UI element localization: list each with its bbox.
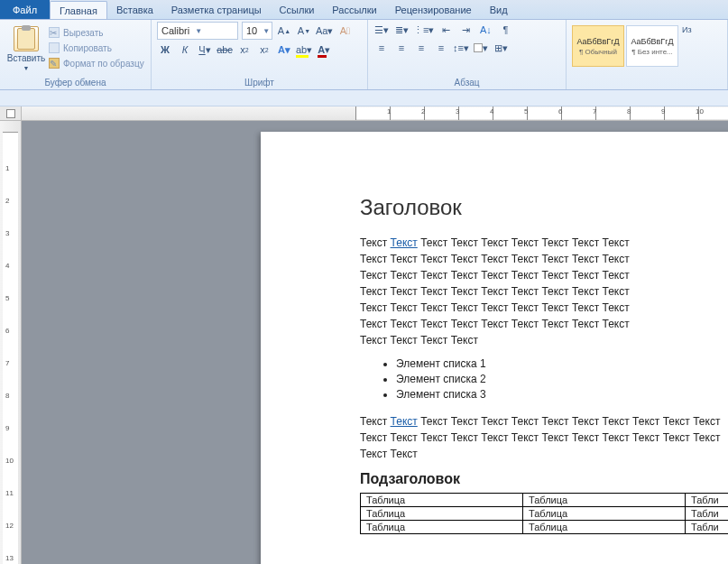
list-item: Элемент списка 1 <box>396 357 728 370</box>
doc-table: Таблица Таблица Табли Таблица Таблица Та… <box>360 493 728 534</box>
font-size-select[interactable]: 10▼ <box>242 22 272 40</box>
sort-button[interactable]: A↓ <box>477 22 493 38</box>
scissors-icon: ✂ <box>49 27 60 38</box>
chevron-down-icon: ▼ <box>263 27 270 35</box>
font-color-button[interactable]: A▾ <box>316 42 332 58</box>
underline-button[interactable]: Ч▾ <box>197 42 213 58</box>
group-font: Calibri▼ 10▼ A▲ A▼ Aa▾ A⃠ Ж К Ч▾ abc x2 … <box>152 20 368 89</box>
doc-list: Элемент списка 1 Элемент списка 2 Элемен… <box>396 357 728 401</box>
subscript-button[interactable]: x2 <box>236 42 253 58</box>
table-cell: Таблица <box>523 494 686 507</box>
table-cell: Таблица <box>523 521 686 534</box>
style-normal[interactable]: АаБбВвГгД ¶ Обычный <box>572 25 624 67</box>
table-cell: Табли <box>686 507 729 521</box>
tab-references[interactable]: Ссылки <box>271 0 324 19</box>
clipboard-icon <box>14 26 39 51</box>
list-item: Элемент списка 2 <box>396 373 728 385</box>
group-clipboard-label: Буфер обмена <box>5 76 145 89</box>
group-paragraph-label: Абзац <box>373 76 560 89</box>
cut-button[interactable]: ✂ Вырезать <box>49 25 144 40</box>
align-right-button[interactable]: ≡ <box>413 40 429 56</box>
file-tab[interactable]: Файл <box>0 0 50 19</box>
vertical-ruler[interactable]: 12345678910111213 <box>0 121 22 564</box>
group-styles-label <box>572 86 722 89</box>
bullets-button[interactable]: ☰▾ <box>373 22 390 38</box>
page: Заголовок Текст Текст Текст Текст Текст … <box>261 132 728 564</box>
tab-page-layout[interactable]: Разметка страницы <box>162 0 271 19</box>
clear-format-button[interactable]: A⃠ <box>336 23 353 39</box>
justify-button[interactable]: ≡ <box>433 40 449 56</box>
show-marks-button[interactable]: ¶ <box>497 22 513 38</box>
copy-button[interactable]: Копировать <box>49 41 144 55</box>
align-left-button[interactable]: ≡ <box>373 40 390 56</box>
change-case-button[interactable]: Aa▾ <box>316 23 333 39</box>
ribbon-tabs-bar: Файл Главная Вставка Разметка страницы С… <box>0 0 728 20</box>
doc-paragraph-2: Текст Текст Текст Текст Текст Текст Текс… <box>360 413 728 462</box>
paste-label: Вставить <box>7 53 45 63</box>
tab-insert[interactable]: Вставка <box>107 0 162 19</box>
tab-home[interactable]: Главная <box>50 1 107 19</box>
brush-icon: ✎ <box>49 58 60 69</box>
horizontal-ruler[interactable]: 1234567891011121314151617 <box>22 106 728 120</box>
doc-paragraph-1: Текст Текст Текст Текст Текст Текст Текс… <box>360 235 658 348</box>
superscript-button[interactable]: x2 <box>256 42 272 58</box>
table-cell: Таблица <box>361 494 523 507</box>
document-canvas[interactable]: Заголовок Текст Текст Текст Текст Текст … <box>22 121 728 564</box>
list-item: Элемент списка 3 <box>396 388 728 401</box>
multilevel-button[interactable]: ⋮≡▾ <box>413 22 434 38</box>
table-row: Таблица Таблица Табли <box>361 507 729 521</box>
style-no-spacing[interactable]: АаБбВвГгД ¶ Без инте... <box>626 25 678 67</box>
text-effects-button[interactable]: A▾ <box>276 42 292 58</box>
chevron-down-icon: ▼ <box>23 65 30 71</box>
table-cell: Табли <box>686 494 729 507</box>
copy-icon <box>49 42 60 53</box>
horizontal-ruler-area: 1234567891011121314151617 <box>0 106 728 121</box>
group-paragraph: ☰▾ ≣▾ ⋮≡▾ ⇤ ⇥ A↓ ¶ ≡ ≡ ≡ ≡ ↕≡▾ ▾ ⊞▾ Абза… <box>368 20 567 89</box>
table-row: Таблица Таблица Табли <box>361 521 729 534</box>
ruler-toggle[interactable] <box>0 106 22 120</box>
chevron-down-icon: ▼ <box>195 27 202 35</box>
bold-button[interactable]: Ж <box>157 42 173 58</box>
highlight-button[interactable]: ab▾ <box>296 42 312 58</box>
group-font-label: Шрифт <box>157 76 362 89</box>
borders-button[interactable]: ⊞▾ <box>493 40 509 56</box>
grow-font-button[interactable]: A▲ <box>276 23 292 39</box>
tab-mailings[interactable]: Рассылки <box>323 0 385 19</box>
table-cell: Таблица <box>523 507 686 521</box>
group-styles: АаБбВвГгД ¶ Обычный АаБбВвГгД ¶ Без инте… <box>567 20 728 89</box>
tab-review[interactable]: Рецензирование <box>386 0 481 19</box>
table-row: Таблица Таблица Табли <box>361 494 729 507</box>
doc-heading: Заголовок <box>360 195 728 220</box>
tab-view[interactable]: Вид <box>481 0 517 19</box>
styles-more-label: Из <box>682 25 692 34</box>
doc-subheading: Подзаголовок <box>360 471 728 487</box>
decrease-indent-button[interactable]: ⇤ <box>438 22 454 38</box>
edit-area: 12345678910111213 Заголовок Текст Текст … <box>0 121 728 564</box>
toolbar-strip <box>0 90 728 106</box>
numbering-button[interactable]: ≣▾ <box>393 22 410 38</box>
table-cell: Таблица <box>361 507 523 521</box>
document-content: Заголовок Текст Текст Текст Текст Текст … <box>261 132 728 534</box>
shading-button[interactable]: ▾ <box>473 40 489 56</box>
strike-button[interactable]: abc <box>217 42 233 58</box>
font-name-select[interactable]: Calibri▼ <box>157 22 238 40</box>
table-cell: Табли <box>686 521 729 534</box>
italic-button[interactable]: К <box>177 42 193 58</box>
increase-indent-button[interactable]: ⇥ <box>457 22 474 38</box>
line-spacing-button[interactable]: ↕≡▾ <box>453 40 469 56</box>
paste-button[interactable]: Вставить ▼ <box>5 22 47 76</box>
table-cell: Таблица <box>361 521 523 534</box>
align-center-button[interactable]: ≡ <box>393 40 410 56</box>
shrink-font-button[interactable]: A▼ <box>296 23 312 39</box>
format-painter-button[interactable]: ✎ Формат по образцу <box>49 56 144 70</box>
ribbon: Вставить ▼ ✂ Вырезать Копировать ✎ Форма… <box>0 20 728 90</box>
group-clipboard: Вставить ▼ ✂ Вырезать Копировать ✎ Форма… <box>0 20 152 89</box>
